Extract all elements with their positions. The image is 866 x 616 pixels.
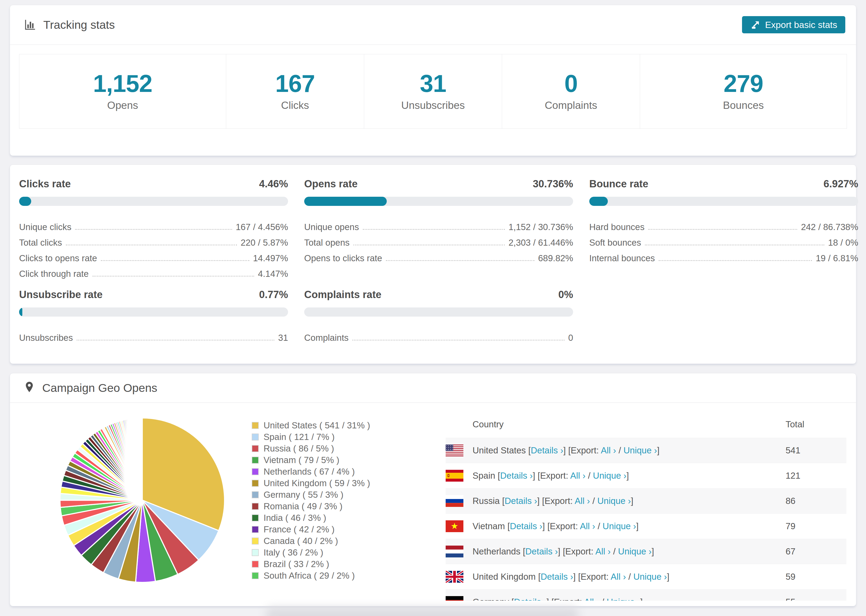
rate-detail-row: Complaints0 <box>304 327 573 343</box>
dotted-leader <box>93 276 254 277</box>
rate-detail-label: Unique opens <box>304 222 359 232</box>
export-unique-link[interactable]: Unique › <box>624 445 657 455</box>
details-link[interactable]: Details › <box>540 572 573 581</box>
export-basic-stats-button[interactable]: Export basic stats <box>742 16 845 33</box>
rate-progress-bar <box>589 197 858 206</box>
export-all-link[interactable]: All › <box>584 597 599 601</box>
legend-item-germany[interactable]: Germany ( 55 / 3% ) <box>252 489 370 500</box>
rate-detail-value: 4.147% <box>258 269 288 279</box>
rate-progress-fill <box>304 197 387 206</box>
stats-row: 1,152Opens167Clicks31Unsubscribes0Compla… <box>19 54 847 129</box>
export-icon <box>750 19 761 30</box>
legend-item-united-kingdom[interactable]: United Kingdom ( 59 / 3% ) <box>252 477 370 489</box>
country-cell: Vietnam [Details ›] [Export: All › / Uni… <box>472 521 786 531</box>
stat-box-clicks: 167Clicks <box>226 54 364 129</box>
export-button-label: Export basic stats <box>765 20 837 30</box>
legend-item-france[interactable]: France ( 42 / 2% ) <box>252 523 370 535</box>
legend-swatch <box>252 537 259 545</box>
legend-swatch <box>252 491 259 498</box>
details-link[interactable]: Details › <box>505 496 537 506</box>
legend-item-russia[interactable]: Russia ( 86 / 5% ) <box>252 443 370 454</box>
flag-ru-icon <box>446 495 463 507</box>
details-link[interactable]: Details › <box>500 471 533 481</box>
geo-table-row-vn: Vietnam [Details ›] [Export: All › / Uni… <box>446 514 846 539</box>
pie-slice-other[interactable] <box>142 418 142 500</box>
export-all-link[interactable]: All › <box>570 471 586 481</box>
rate-title: Clicks rate <box>19 178 71 190</box>
legend-item-italy[interactable]: Italy ( 36 / 2% ) <box>252 547 370 558</box>
details-link[interactable]: Details › <box>510 521 542 531</box>
tracking-stats-title: Tracking stats <box>24 18 115 31</box>
legend-swatch <box>252 572 259 579</box>
legend-swatch <box>252 468 259 475</box>
total-cell: 79 <box>786 521 846 531</box>
legend-item-romania[interactable]: Romania ( 49 / 3% ) <box>252 500 370 512</box>
geo-table-row-es: Spain [Details ›] [Export: All › / Uniqu… <box>446 463 846 488</box>
legend-label: South Africa ( 29 / 2% ) <box>264 570 355 581</box>
details-link[interactable]: Details › <box>525 546 558 556</box>
rate-detail-value: 167 / 4.456% <box>236 222 288 232</box>
country-cell: United Kingdom [Details ›] [Export: All … <box>472 572 786 582</box>
export-unique-link[interactable]: Unique › <box>603 521 636 531</box>
flag-es-icon <box>446 470 463 482</box>
rate-detail-label: Unique clicks <box>19 222 71 232</box>
export-all-link[interactable]: All › <box>595 546 611 556</box>
export-unique-link[interactable]: Unique › <box>607 597 640 601</box>
rate-progress-bar <box>19 197 288 206</box>
dotted-leader <box>77 340 274 341</box>
legend-item-vietnam[interactable]: Vietnam ( 79 / 5% ) <box>252 454 370 466</box>
stat-value: 279 <box>723 71 763 96</box>
legend-swatch <box>252 514 259 522</box>
stat-value: 31 <box>420 71 446 96</box>
details-link[interactable]: Details › <box>531 445 563 455</box>
legend-item-united-states[interactable]: United States ( 541 / 31% ) <box>252 420 370 431</box>
legend-label: Spain ( 121 / 7% ) <box>264 432 335 442</box>
legend-label: India ( 46 / 3% ) <box>264 513 326 523</box>
export-all-link[interactable]: All › <box>611 572 626 581</box>
dotted-leader <box>386 260 534 261</box>
rate-detail-value: 1,152 / 30.736% <box>509 222 573 232</box>
export-unique-link[interactable]: Unique › <box>593 471 627 481</box>
legend-item-south-africa[interactable]: South Africa ( 29 / 2% ) <box>252 570 370 581</box>
export-all-link[interactable]: All › <box>580 521 595 531</box>
legend-swatch <box>252 480 259 487</box>
export-unique-link[interactable]: Unique › <box>597 496 631 506</box>
legend-item-canada[interactable]: Canada ( 40 / 2% ) <box>252 535 370 547</box>
dotted-leader <box>659 260 812 261</box>
geo-table-row-de: Germany [Details ›] [Export: All › / Uni… <box>446 589 846 601</box>
rate-detail-value: 31 <box>278 333 288 343</box>
legend-label: United Kingdom ( 59 / 3% ) <box>264 478 370 488</box>
stat-value: 1,152 <box>93 71 152 96</box>
pie-legend: United States ( 541 / 31% )Spain ( 121 /… <box>252 420 370 581</box>
export-unique-link[interactable]: Unique › <box>633 572 667 581</box>
legend-label: France ( 42 / 2% ) <box>264 524 335 534</box>
total-cell: 541 <box>786 445 846 456</box>
rate-title: Complaints rate <box>304 289 381 300</box>
legend-swatch <box>252 434 259 440</box>
details-link[interactable]: Details › <box>514 597 546 601</box>
geo-table-row-gb: United Kingdom [Details ›] [Export: All … <box>446 564 846 589</box>
legend-item-spain[interactable]: Spain ( 121 / 7% ) <box>252 431 370 443</box>
export-unique-link[interactable]: Unique › <box>618 546 652 556</box>
legend-item-india[interactable]: India ( 46 / 3% ) <box>252 512 370 523</box>
rate-progress-fill <box>19 197 31 206</box>
rate-detail-row: Total clicks220 / 5.87% <box>19 232 288 248</box>
rate-detail-value: 19 / 6.81% <box>816 253 858 263</box>
rate-panel-unsubscribe-rate: Unsubscribe rate0.77%Unsubscribes31 <box>19 289 288 343</box>
rate-detail-value: 242 / 86.738% <box>801 222 858 232</box>
campaign-geo-opens-card: Campaign Geo Opens United States ( 541 /… <box>10 373 856 606</box>
export-all-link[interactable]: All › <box>601 445 616 455</box>
legend-item-brazil[interactable]: Brazil ( 33 / 2% ) <box>252 558 370 570</box>
geo-opens-pie-chart[interactable] <box>56 414 228 586</box>
export-all-link[interactable]: All › <box>575 496 590 506</box>
stat-box-complaints: 0Complaints <box>502 54 640 129</box>
legend-item-netherlands[interactable]: Netherlands ( 67 / 4% ) <box>252 466 370 477</box>
total-cell: 55 <box>786 597 846 601</box>
flag-de-icon <box>446 596 463 601</box>
rate-detail-value: 0 <box>568 333 573 343</box>
geo-table: Country Total United States [Details ›] … <box>446 411 846 601</box>
geo-table-row-ru: Russia [Details ›] [Export: All › / Uniq… <box>446 488 846 514</box>
stat-label: Unsubscribes <box>401 99 465 111</box>
rate-detail-label: Hard bounces <box>589 222 644 232</box>
rate-title: Opens rate <box>304 178 358 190</box>
